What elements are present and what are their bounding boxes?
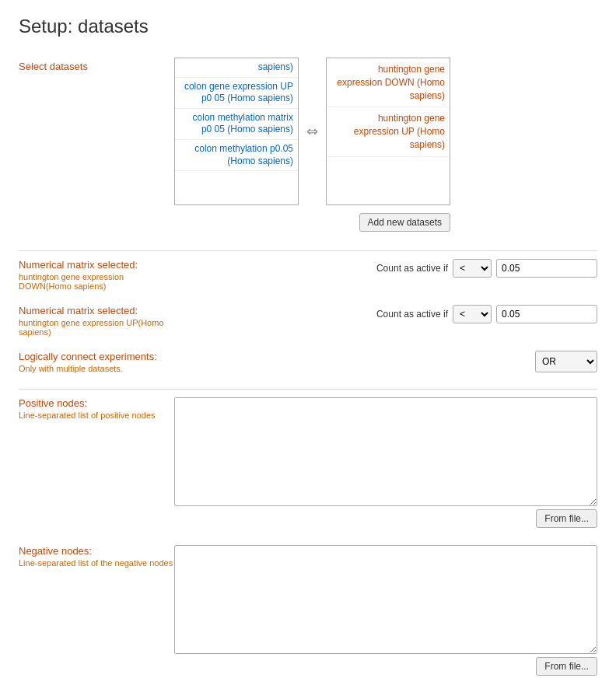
selected-list-item[interactable]: huntington gene expression UP (Homo sapi…: [327, 107, 450, 156]
numerical-matrix-1-row: Numerical matrix selected: huntington ge…: [19, 256, 597, 294]
selected-list-item[interactable]: huntington gene expression DOWN (Homo sa…: [327, 58, 450, 107]
list-item[interactable]: colon methylation p0.05 (Homo sapiens): [175, 140, 298, 171]
list-item[interactable]: colon methylation matrix p0 05 (Homo sap…: [175, 109, 298, 140]
divider2: [19, 389, 597, 390]
lists-row: sapiens) colon gene expression UP p0 05 …: [174, 58, 450, 205]
select-datasets-label: Select datasets: [19, 58, 174, 72]
negative-nodes-textarea[interactable]: [174, 545, 597, 654]
logically-connect-label: Logically connect experiments: Only with…: [19, 351, 174, 373]
main-content: Select datasets sapiens) colon gene expr…: [19, 53, 597, 685]
logically-connect-row: Logically connect experiments: Only with…: [19, 348, 597, 376]
positive-nodes-content: From file...: [174, 397, 597, 528]
positive-nodes-from-file-button[interactable]: From file...: [536, 509, 597, 528]
page-title: Setup: datasets: [19, 16, 597, 37]
numerical-matrix-1-content: Count as active if < > =: [174, 259, 597, 278]
operator-select-2[interactable]: < > =: [453, 305, 492, 323]
negative-nodes-row: Negative nodes: Line-separated list of t…: [19, 542, 597, 679]
select-datasets-content: sapiens) colon gene expression UP p0 05 …: [174, 58, 597, 232]
numerical-matrix-2-label: Numerical matrix selected: huntington ge…: [19, 305, 174, 337]
logically-connect-content: OR AND: [174, 351, 597, 372]
list-item[interactable]: sapiens): [175, 58, 298, 78]
numerical-matrix-2-content: Count as active if < > =: [174, 305, 597, 323]
list-item[interactable]: colon gene expression UP p0 05 (Homo sap…: [175, 78, 298, 109]
numerical-matrix-1-label: Numerical matrix selected: huntington ge…: [19, 259, 174, 291]
threshold-input-2[interactable]: [496, 305, 597, 323]
positive-nodes-row: Positive nodes: Line-separated list of p…: [19, 394, 597, 531]
transfer-button[interactable]: ⇔: [303, 120, 321, 143]
threshold-input-1[interactable]: [496, 259, 597, 278]
operator-select-1[interactable]: < > =: [453, 259, 492, 278]
selected-datasets-list[interactable]: huntington gene expression DOWN (Homo sa…: [326, 58, 450, 205]
negative-nodes-from-file-button[interactable]: From file...: [536, 657, 597, 676]
negative-nodes-label: Negative nodes: Line-separated list of t…: [19, 545, 174, 568]
available-datasets-list[interactable]: sapiens) colon gene expression UP p0 05 …: [174, 58, 299, 205]
logic-operator-select[interactable]: OR AND: [535, 351, 597, 372]
numerical-matrix-2-row: Numerical matrix selected: huntington ge…: [19, 302, 597, 340]
positive-nodes-label: Positive nodes: Line-separated list of p…: [19, 397, 174, 420]
add-datasets-button[interactable]: Add new datasets: [359, 213, 450, 232]
divider: [19, 250, 597, 251]
negative-nodes-content: From file...: [174, 545, 597, 676]
transfer-icon: ⇔: [306, 123, 318, 140]
dataset-selector-container: sapiens) colon gene expression UP p0 05 …: [174, 58, 450, 232]
select-datasets-row: Select datasets sapiens) colon gene expr…: [19, 53, 597, 236]
positive-nodes-textarea[interactable]: [174, 397, 597, 506]
